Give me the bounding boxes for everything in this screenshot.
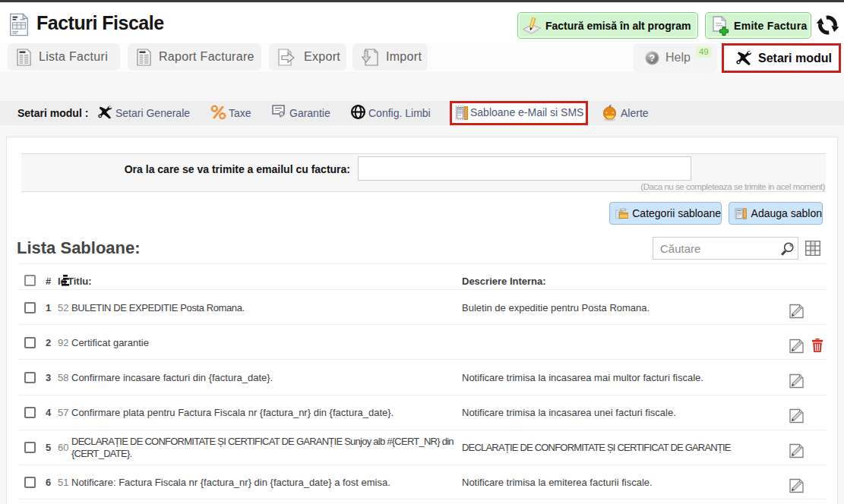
svg-text:?: ? xyxy=(650,53,655,64)
